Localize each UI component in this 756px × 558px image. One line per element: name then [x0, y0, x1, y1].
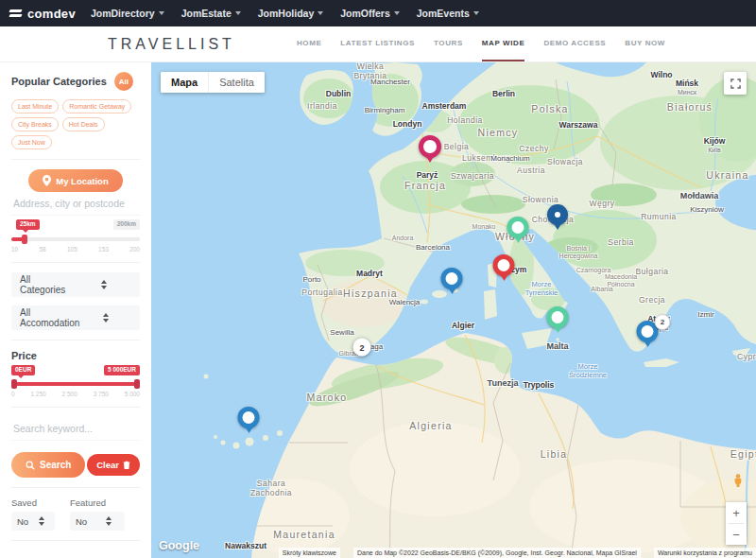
price-max-badge[interactable]: 5 000EUR	[104, 365, 140, 375]
nav-item-tours[interactable]: TOURS	[434, 26, 463, 61]
chevron-down-icon	[159, 11, 164, 15]
nav-item-demo-access[interactable]: DEMO ACCESS	[543, 26, 606, 61]
search-icon	[26, 461, 35, 470]
price-slider-track[interactable]	[11, 382, 140, 386]
featured-select[interactable]: No	[70, 512, 125, 531]
clear-button[interactable]: Clear	[87, 454, 140, 476]
topbar-item-jomestate[interactable]: JomEstate	[181, 8, 241, 19]
price-tick: 3 750	[94, 391, 109, 397]
map-pin-magenta[interactable]	[419, 135, 441, 163]
saved-select-value: No	[17, 516, 33, 527]
distance-ticks: 1058105153200	[11, 246, 140, 253]
fullscreen-button[interactable]	[724, 72, 747, 95]
keyword-search-input[interactable]	[11, 417, 140, 441]
accommodation-select-value: All Accomodation	[20, 307, 79, 328]
pin-tail	[513, 235, 523, 243]
distance-slider-handle[interactable]	[22, 235, 27, 244]
all-categories-button[interactable]: All	[114, 72, 133, 91]
map-pin-green[interactable]	[507, 217, 529, 243]
topbar-item-jomdirectory[interactable]: JomDirectory	[91, 8, 164, 19]
categories-select[interactable]: All Categories	[11, 272, 140, 297]
my-location-button[interactable]: My Location	[28, 169, 122, 192]
map-pin-green[interactable]	[547, 306, 569, 333]
nav-item-map-wide[interactable]: MAP WIDE	[482, 26, 525, 61]
featured-label: Featured	[70, 497, 125, 508]
map-cluster-marker[interactable]: 2	[353, 339, 371, 357]
topbar-item-label: JomOffers	[340, 8, 390, 19]
chevron-down-icon	[318, 11, 323, 15]
map-pin-blue[interactable]	[441, 268, 463, 294]
pin-tail	[643, 340, 652, 347]
price-ticks: 01 2502 5003 7505 000	[11, 391, 140, 397]
terms-link[interactable]: Warunki korzystania z programu	[654, 548, 756, 558]
price-min-badge[interactable]: 0EUR	[11, 365, 35, 375]
accommodation-select[interactable]: All Accomodation	[11, 305, 140, 330]
price-slider: 0EUR 5 000EUR 01 2502 5003 7505 000	[11, 365, 140, 397]
my-location-label: My Location	[56, 176, 108, 186]
topbar-item-label: JomDirectory	[91, 8, 155, 19]
distance-tick: 58	[39, 246, 45, 253]
saved-select[interactable]: No	[11, 512, 55, 531]
category-pill-city-breaks[interactable]: City Breaks	[11, 117, 59, 131]
topbar-menu: JomDirectoryJomEstateJomHolidayJomOffers…	[91, 8, 479, 19]
distance-value-badge[interactable]: 25km	[16, 219, 40, 230]
price-tick: 2 500	[62, 391, 77, 397]
map-type-map-button[interactable]: Mapa	[161, 72, 208, 93]
distance-slider: 25km 200km 1058105153200	[11, 219, 140, 253]
clear-button-label: Clear	[96, 460, 119, 470]
content: Popular Categories All Last MinuteRomant…	[0, 62, 756, 558]
category-pill-romantic-getaway[interactable]: Romantic Getaway	[62, 99, 131, 113]
map[interactable]: Wielka BrytaniaIrlandiaDublinManchesterB…	[151, 62, 756, 558]
distance-tick: 105	[67, 246, 77, 253]
category-pill-last-minute[interactable]: Last Minute	[11, 99, 59, 113]
address-input[interactable]	[11, 192, 140, 216]
distance-tick: 200	[129, 246, 140, 253]
keyboard-shortcuts-link[interactable]: Skróty klawiszowe	[279, 548, 340, 558]
topbar-item-jomholiday[interactable]: JomHoliday	[258, 8, 324, 19]
zoom-control: + −	[726, 502, 747, 545]
navbar-menu: HOMELATEST LISTINGSTOURSMAP WIDEDEMO ACC…	[297, 26, 665, 61]
price-max-handle[interactable]	[134, 379, 140, 389]
pin-tail	[553, 222, 562, 230]
pin-tail	[499, 273, 508, 281]
map-pin-navy[interactable]	[547, 204, 568, 230]
search-button[interactable]: Search	[11, 452, 85, 478]
pegman-icon[interactable]	[733, 474, 743, 492]
topbar-item-jomevents[interactable]: JomEvents	[417, 8, 479, 19]
map-pin-blue[interactable]: 2	[637, 321, 659, 347]
price-tick: 5 000	[125, 391, 140, 397]
topbar-item-label: JomHoliday	[258, 8, 315, 19]
google-logo: Google	[159, 539, 199, 552]
navbar: TRAVELLIST HOMELATEST LISTINGSTOURSMAP W…	[0, 26, 756, 62]
nav-item-home[interactable]: HOME	[297, 26, 321, 61]
trash-icon	[123, 461, 130, 469]
comdev-logo-icon	[9, 9, 22, 17]
map-pin-red[interactable]	[493, 254, 515, 281]
category-pill-just-now[interactable]: Just Now	[11, 135, 52, 149]
comdev-logo[interactable]: comdev	[9, 7, 76, 21]
select-arrows-icon	[97, 516, 119, 526]
topbar-item-label: JomEstate	[181, 8, 232, 19]
price-label: Price	[11, 350, 140, 361]
brand[interactable]: TRAVELLIST	[108, 36, 235, 53]
map-pin-blue[interactable]	[238, 407, 260, 433]
map-attribution: Skróty klawiszowe Dane do Map ©2022 GeoB…	[266, 548, 756, 558]
search-button-label: Search	[40, 460, 71, 470]
pin-tail	[553, 325, 562, 333]
pin-tail	[447, 287, 456, 294]
topbar-item-label: JomEvents	[417, 8, 470, 19]
map-type-satellite-button[interactable]: Satelita	[208, 72, 265, 93]
topbar-item-jomoffers[interactable]: JomOffers	[340, 8, 400, 19]
category-pill-hot-deals[interactable]: Hot Deals	[62, 117, 105, 131]
filters-sidebar: Popular Categories All Last MinuteRomant…	[0, 62, 151, 558]
price-min-handle[interactable]	[11, 379, 17, 389]
zoom-out-button[interactable]: −	[726, 524, 747, 545]
nav-item-latest-listings[interactable]: LATEST LISTINGS	[340, 26, 415, 61]
distance-tick: 153	[98, 246, 109, 253]
zoom-in-button[interactable]: +	[726, 502, 747, 523]
location-pin-icon	[43, 175, 51, 186]
categories-select-value: All Categories	[20, 274, 76, 295]
price-tick: 0	[11, 391, 15, 397]
nav-item-buy-now[interactable]: BUY NOW	[625, 26, 665, 61]
distance-slider-track[interactable]	[11, 237, 140, 241]
